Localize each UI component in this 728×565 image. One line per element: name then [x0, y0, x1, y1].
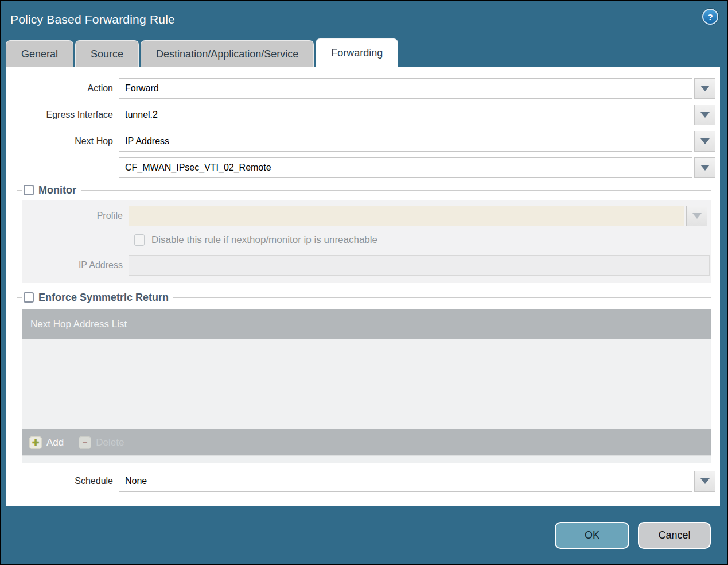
cancel-button[interactable]: Cancel: [638, 522, 711, 549]
ok-button[interactable]: OK: [555, 522, 629, 549]
add-button-label: Add: [46, 437, 64, 448]
enforce-symmetric-return-group-header: Enforce Symmetric Return: [17, 291, 715, 304]
tab-general[interactable]: General: [6, 40, 73, 67]
monitor-group-body: Profile Disable this rule if nexthop/mon…: [22, 200, 711, 283]
table-bottom-strip: [22, 455, 711, 463]
schedule-input[interactable]: [119, 471, 692, 492]
profile-label: Profile: [22, 211, 129, 221]
schedule-label: Schedule: [6, 476, 119, 486]
tab-source[interactable]: Source: [75, 40, 139, 67]
next-hop-address-list-body[interactable]: [22, 339, 711, 429]
title-bar: Policy Based Forwarding Rule ?: [1, 1, 727, 38]
action-dropdown-button[interactable]: [694, 78, 715, 99]
next-hop-address-row: [6, 157, 720, 178]
action-label: Action: [6, 83, 119, 94]
chevron-down-icon: [700, 86, 710, 91]
help-icon[interactable]: ?: [702, 9, 718, 25]
enforce-symmetric-return-group-title: Enforce Symmetric Return: [38, 292, 173, 304]
monitor-ip-address-label: IP Address: [22, 260, 129, 270]
monitor-group-title: Monitor: [38, 184, 81, 196]
plus-icon: ✚: [29, 436, 42, 449]
action-input[interactable]: [119, 78, 692, 99]
delete-button[interactable]: − Delete: [79, 436, 124, 449]
monitor-checkbox[interactable]: [24, 185, 34, 195]
next-hop-label: Next Hop: [6, 136, 119, 146]
profile-dropdown-button[interactable]: [686, 206, 707, 226]
enforce-symmetric-return-checkbox[interactable]: [24, 292, 34, 303]
next-hop-type-dropdown-button[interactable]: [694, 131, 715, 152]
monitor-group-header: Monitor: [17, 184, 715, 196]
disable-rule-checkbox[interactable]: [134, 234, 145, 246]
next-hop-address-list-header-label: Next Hop Address List: [30, 319, 127, 330]
egress-interface-row: Egress Interface: [6, 105, 720, 125]
tab-destination-application-service[interactable]: Destination/Application/Service: [141, 40, 314, 67]
tab-forwarding[interactable]: Forwarding: [316, 38, 398, 67]
next-hop-type-input[interactable]: [119, 131, 692, 152]
add-button[interactable]: ✚ Add: [29, 436, 64, 449]
next-hop-address-input[interactable]: [119, 157, 692, 178]
monitor-ip-address-row: IP Address: [22, 255, 711, 276]
policy-based-forwarding-rule-dialog: Policy Based Forwarding Rule ? General S…: [0, 0, 728, 565]
chevron-down-icon: [700, 138, 710, 144]
schedule-dropdown-button[interactable]: [694, 471, 715, 492]
next-hop-row: Next Hop: [6, 131, 720, 152]
monitor-ip-address-input[interactable]: [129, 255, 710, 276]
egress-interface-input[interactable]: [119, 105, 692, 125]
disable-rule-label: Disable this rule if nexthop/monitor ip …: [151, 234, 377, 246]
next-hop-address-list-toolbar: ✚ Add − Delete: [22, 429, 711, 455]
chevron-down-icon: [700, 478, 710, 484]
disable-rule-row: Disable this rule if nexthop/monitor ip …: [134, 234, 711, 246]
egress-interface-label: Egress Interface: [6, 110, 119, 120]
tab-bar: General Source Destination/Application/S…: [1, 38, 727, 67]
chevron-down-icon: [700, 112, 710, 118]
next-hop-address-list-table: Next Hop Address List ✚ Add − Delete: [22, 309, 711, 463]
action-row: Action: [6, 78, 720, 99]
schedule-row: Schedule: [6, 471, 720, 492]
delete-button-label: Delete: [96, 437, 124, 448]
chevron-down-icon: [700, 165, 710, 171]
dialog-footer: OK Cancel: [1, 506, 727, 564]
egress-interface-dropdown-button[interactable]: [694, 105, 715, 125]
profile-row: Profile: [22, 206, 711, 226]
profile-input[interactable]: [129, 206, 684, 226]
dialog-title: Policy Based Forwarding Rule: [10, 13, 175, 26]
minus-icon: −: [79, 436, 91, 449]
chevron-down-icon: [692, 213, 702, 219]
forwarding-tab-panel: Action Egress Interface Next Hop: [6, 67, 720, 506]
next-hop-address-list-header: Next Hop Address List: [22, 309, 711, 339]
next-hop-address-dropdown-button[interactable]: [694, 157, 715, 178]
